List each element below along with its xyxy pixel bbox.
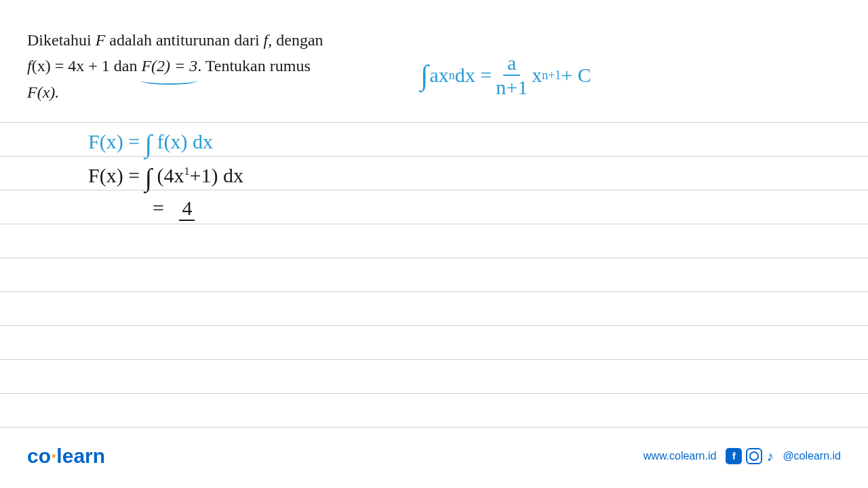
problem-line-2: f(x) = 4x + 1 dan F(2) = 3. Tentukan rum… [27, 53, 380, 79]
problem-line-3: F(x). [27, 79, 380, 105]
tiktok-icon: ♪ [766, 449, 773, 464]
instagram-icon [746, 448, 762, 464]
colearn-logo: co·learn [27, 445, 105, 468]
condition: F(2) = 3 [141, 57, 197, 75]
formula-plus-c: + C [561, 64, 591, 87]
var-Fx: F(x). [27, 83, 59, 101]
rule-line [0, 325, 868, 359]
rule-line [0, 258, 868, 291]
formula-ax: ax [430, 64, 449, 87]
formula-fraction: a n+1 [496, 53, 528, 98]
formula-exp-n1: n+1 [542, 68, 561, 83]
problem-statement: Diketahui F adalah antiturunan dari f, d… [27, 27, 380, 105]
highlighted-condition: F(2) = 3 [141, 53, 197, 79]
text: adalah antiturunan dari [105, 31, 263, 49]
integral-sign-icon: ∫ [145, 163, 152, 192]
var-F: F [96, 31, 106, 49]
text: Diketahui [27, 31, 96, 49]
work-line-3: = 4 [153, 197, 195, 221]
work-line-2: F(x) = ∫ (4x1+1) dx [88, 163, 243, 192]
equals: = [153, 197, 169, 219]
exp: 1 [184, 165, 190, 177]
integrand: (4x1+1) dx [157, 164, 243, 186]
rule-line [0, 190, 868, 224]
rule-line [0, 224, 868, 258]
lhs: F(x) = [88, 164, 145, 186]
facebook-icon: f [726, 448, 742, 464]
integral-formula: ∫ axn dx = a n+1 xn+1 + C [420, 53, 591, 98]
lhs: F(x) = [88, 130, 145, 152]
rule-line [0, 359, 868, 393]
text: , dengan [268, 31, 323, 49]
work-line-1: F(x) = ∫ f(x) dx [88, 129, 213, 159]
footer: co·learn www.colearn.id f ♪ @colearn.id [0, 445, 868, 468]
text: . Tentukan rumus [197, 57, 311, 75]
logo-co: co [27, 445, 51, 467]
website-url: www.colearn.id [644, 450, 717, 462]
rule-line [0, 291, 868, 325]
partial-result: 4 [179, 197, 195, 221]
logo-learn: learn [56, 445, 105, 467]
integral-sign-icon: ∫ [420, 59, 429, 92]
footer-right: www.colearn.id f ♪ @colearn.id [644, 448, 841, 464]
text: (x) = 4x + 1 dan [32, 57, 142, 75]
rule-line [0, 393, 868, 427]
var-f: f [27, 57, 32, 75]
problem-line-1: Diketahui F adalah antiturunan dari f, d… [27, 27, 380, 53]
numerator: a [503, 53, 520, 76]
integral-sign-icon: ∫ [145, 129, 152, 159]
denominator: n+1 [496, 76, 528, 98]
social-handle: @colearn.id [783, 450, 841, 462]
formula-dx: dx = [455, 64, 492, 87]
social-icons: f ♪ [726, 448, 773, 464]
integrand: f(x) dx [157, 130, 213, 152]
formula-exp-n: n [449, 68, 455, 83]
formula-x: x [532, 64, 542, 87]
